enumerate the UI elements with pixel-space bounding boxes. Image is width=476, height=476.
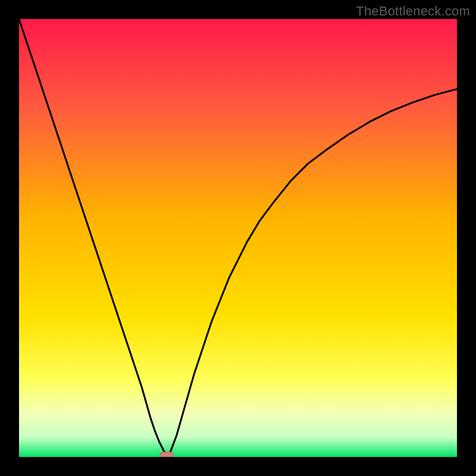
gradient-background	[19, 19, 457, 457]
minimum-marker	[160, 452, 173, 457]
plot-svg	[19, 19, 457, 457]
chart-frame: TheBottleneck.com	[0, 0, 476, 476]
watermark-text: TheBottleneck.com	[356, 4, 470, 19]
plot-area	[19, 19, 457, 457]
